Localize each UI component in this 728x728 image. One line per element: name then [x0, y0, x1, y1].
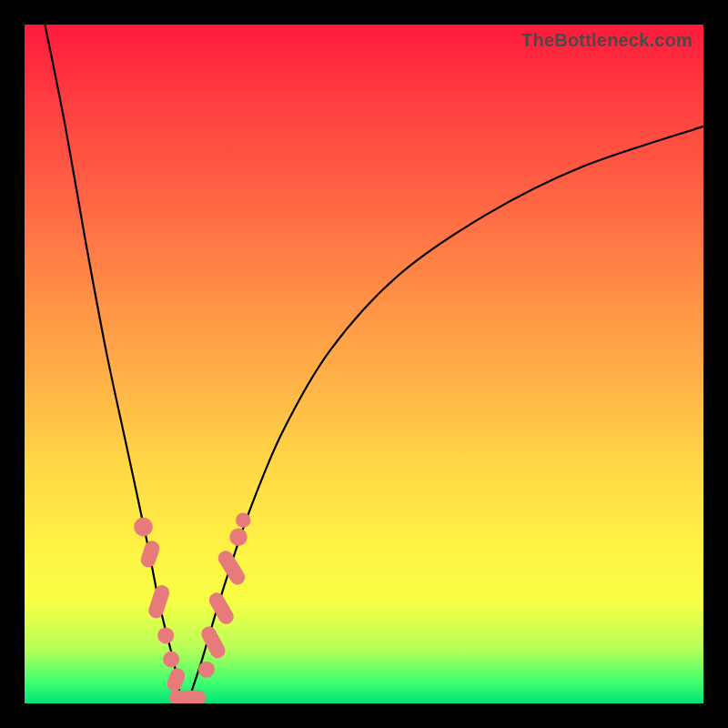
bead-circle — [236, 512, 250, 527]
bead-circle — [198, 662, 215, 678]
right-curve — [187, 126, 703, 703]
bead-capsule — [182, 691, 206, 703]
bead-circle — [229, 529, 247, 546]
plot-area: TheBottleneck.com — [25, 25, 703, 703]
bead-capsule — [165, 666, 187, 693]
bead-capsule — [147, 583, 171, 621]
bead-circle — [157, 627, 174, 643]
bead-circle — [163, 652, 179, 668]
bead-capsule — [207, 590, 237, 627]
bead-circle — [134, 518, 153, 537]
bead-group — [134, 512, 250, 703]
curve-group — [45, 25, 703, 703]
chart-frame: TheBottleneck.com — [0, 0, 728, 728]
bead-capsule — [139, 539, 162, 569]
chart-svg — [25, 25, 703, 703]
bead-capsule — [216, 548, 248, 587]
